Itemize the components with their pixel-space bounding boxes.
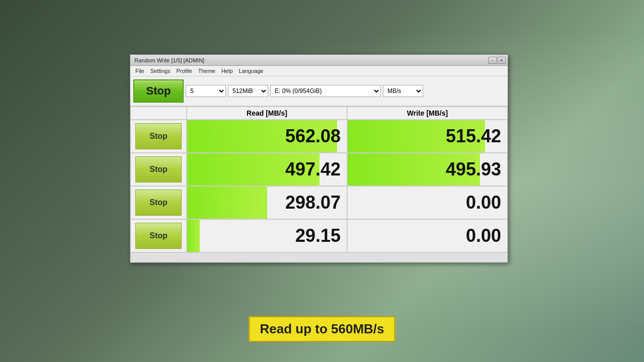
header-empty (130, 107, 187, 120)
stop-cell-2: Stop (130, 153, 187, 186)
results-grid: Read [MB/s] Write [MB/s] Stop 562.08 515… (130, 106, 508, 262)
menu-item-help[interactable]: Help (218, 67, 236, 75)
stop-cell-1: Stop (130, 120, 187, 153)
block-size-select[interactable]: 512MiB (228, 85, 268, 97)
stop-main-button[interactable]: Stop (133, 79, 184, 103)
count-select[interactable]: 5 (186, 85, 226, 97)
write-cell-3: 0.00 (347, 186, 508, 219)
stop-button-4[interactable]: Stop (135, 223, 182, 249)
unit-select[interactable]: MB/s (383, 85, 423, 97)
read-cell-4: 29.15 (187, 219, 347, 252)
close-button[interactable]: ✕ (498, 57, 506, 64)
title-bar: Random Write [1/5] [ADMIN] − ✕ (130, 55, 508, 66)
drive-select[interactable]: E: 0% (0/954GiB) (270, 85, 381, 97)
write-value-3: 0.00 (466, 192, 501, 213)
header-write: Write [MB/s] (347, 107, 508, 120)
progress-bar (130, 252, 508, 262)
write-value-4: 0.00 (466, 225, 501, 246)
menu-item-settings[interactable]: Settings (147, 67, 174, 75)
bottom-banner: Read up to 560MB/s (249, 316, 395, 342)
write-cell-1: 515.42 (347, 120, 508, 153)
menu-item-profile[interactable]: Profile (173, 67, 195, 75)
read-cell-1: 562.08 (187, 120, 347, 153)
write-value-1: 515.42 (446, 126, 501, 147)
stop-button-1[interactable]: Stop (135, 123, 182, 149)
read-value-2: 497.42 (285, 159, 341, 180)
minimize-button[interactable]: − (489, 57, 497, 64)
window-controls: − ✕ (489, 57, 506, 64)
stop-cell-3: Stop (130, 186, 187, 219)
stop-cell-4: Stop (130, 219, 187, 252)
read-cell-2: 497.42 (187, 153, 347, 186)
stop-button-3[interactable]: Stop (135, 190, 182, 216)
window-title: Random Write [1/5] [ADMIN] (132, 57, 204, 63)
menu-bar: FileSettingsProfileThemeHelpLanguage (130, 66, 508, 76)
menu-item-language[interactable]: Language (236, 67, 267, 75)
write-value-2: 495.93 (446, 159, 501, 180)
write-cell-4: 0.00 (347, 219, 508, 252)
header-read: Read [MB/s] (187, 107, 347, 120)
read-value-3: 298.07 (285, 192, 341, 213)
toolbar: Stop 5 512MiB E: 0% (0/954GiB) MB/s (130, 76, 508, 106)
read-value-4: 29.15 (295, 225, 341, 246)
write-cell-2: 495.93 (347, 153, 508, 186)
app-window: Random Write [1/5] [ADMIN] − ✕ FileSetti… (130, 54, 508, 263)
stop-button-2[interactable]: Stop (135, 156, 182, 183)
read-cell-3: 298.07 (187, 186, 347, 219)
read-value-1: 562.08 (285, 126, 341, 147)
menu-item-theme[interactable]: Theme (195, 67, 218, 75)
menu-item-file[interactable]: File (132, 67, 147, 75)
